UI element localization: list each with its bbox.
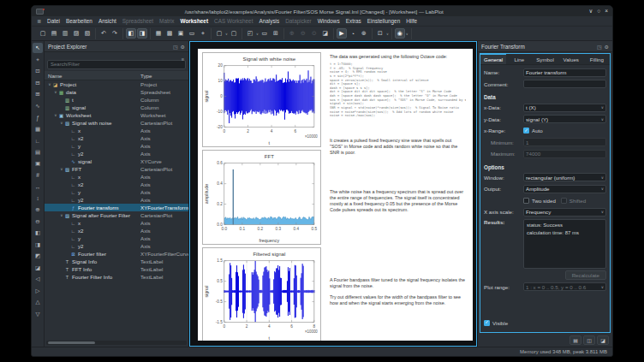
grid-settings-button[interactable]: ⊞ — [271, 28, 281, 39]
tree-item-signal-after-fourier-filter[interactable]: ∨▧Signal after Fourier FilterCartesianPl… — [45, 211, 188, 219]
x-data-select[interactable]: t (X)∨ — [523, 104, 606, 112]
menu-datapicker[interactable]: Datapicker — [285, 18, 312, 24]
column-header-name[interactable]: Name — [48, 73, 140, 79]
add-curve-tool-button[interactable]: ∿ — [33, 101, 43, 111]
tree-item-data[interactable]: ∨▦dataSpreadsheet — [45, 88, 188, 96]
tab-filling[interactable]: Filling — [584, 54, 610, 64]
new-workbook-button[interactable]: ▢ — [214, 28, 224, 39]
menu-spreadsheet[interactable]: Spreadsheet — [122, 18, 153, 24]
tab-values[interactable]: Values — [558, 54, 584, 64]
comment-input[interactable] — [523, 80, 606, 88]
shift-left-tool-button[interactable]: ◁ — [33, 274, 43, 284]
gear-icon[interactable]: ⚙ — [605, 44, 609, 50]
toggle-project-explorer-button[interactable]: ◧ — [126, 28, 136, 39]
toggle-properties-dock-button[interactable]: ◨ — [137, 28, 147, 39]
fourier-transform-dock-header[interactable]: Fourier Transform ◳ ⚙ — [478, 41, 612, 52]
filter-icon[interactable]: ≡ — [182, 56, 184, 62]
menu-windows[interactable]: Windows — [318, 18, 340, 24]
zoom-in-x-tool-button[interactable]: ◧ — [33, 228, 43, 238]
gear-icon[interactable]: ⚙ — [181, 44, 185, 50]
tree-item-fourier-transform[interactable]: ƒFourier transformXYFourierTransformCurv… — [45, 204, 188, 211]
menu-cas-worksheet[interactable]: CAS Worksheet — [214, 18, 253, 24]
menu-extras[interactable]: Extras — [346, 18, 361, 24]
tree-item-fourier-filter[interactable]: ⊠Fourier filterXYFourierFilterCurve — [45, 250, 188, 258]
crosshair-tool-button[interactable]: ⌖ — [33, 55, 43, 65]
zoom-select-view-button[interactable]: ⊛ — [359, 28, 369, 39]
minimize-button[interactable]: ∨ — [589, 9, 593, 15]
new-spreadsheet-button[interactable]: ▦ — [153, 28, 164, 39]
horizontal-scrollbar[interactable] — [46, 341, 187, 345]
add-legend-tool-button[interactable]: ▤ — [33, 147, 43, 157]
tree-item-signal[interactable]: ▥signalColumn — [45, 104, 188, 111]
octave-text-label[interactable]: The data was generated using the followi… — [330, 54, 466, 158]
tree-item-fourier-filter-info[interactable]: TFourier Filter InfoTextLabel — [45, 273, 188, 281]
new-datapicker-button[interactable]: ⌖ — [198, 28, 208, 39]
output-select[interactable]: Amplitude∨ — [523, 185, 606, 193]
tab-symbol[interactable]: Symbol — [532, 54, 558, 64]
search-input[interactable] — [47, 60, 186, 69]
tree-item-y[interactable]: ∟yAxis — [45, 234, 188, 242]
zoom-select-tool-button[interactable]: ⊡ — [33, 66, 43, 76]
new-note-button[interactable]: ▭ — [187, 28, 197, 39]
tree-item-x[interactable]: ∟xAxis — [45, 127, 188, 134]
tree-item-x2[interactable]: ∟x2Axis — [45, 134, 188, 142]
magnification-dropdown-button[interactable]: ◉ — [395, 28, 405, 39]
tree-item-worksheet[interactable]: ∨▣WorksheetWorksheet — [45, 111, 188, 119]
tab-line[interactable]: Line — [506, 54, 532, 64]
plot-range-select[interactable]: 1 : x = 0 .. 0.5, y = 0 .. 0.6∨ — [523, 282, 606, 291]
y-data-select[interactable]: signal (Y)∨ — [523, 115, 606, 123]
x-axis-scale-select[interactable]: Frequency∨ — [523, 208, 606, 217]
zoom-out-tool-button[interactable]: ⊖ — [33, 217, 43, 227]
shift-up-tool-button[interactable]: △ — [33, 297, 43, 307]
tree-item-x[interactable]: ∟xAxis — [45, 173, 188, 181]
zoom-out-y-tool-button[interactable]: ◪ — [33, 263, 43, 273]
auto-scale-tool-button[interactable]: # — [33, 170, 43, 181]
scrollbar-thumb[interactable] — [48, 341, 95, 344]
navigate-mode-button[interactable]: ◔ — [348, 28, 358, 39]
float-icon[interactable]: ◳ — [597, 44, 602, 50]
float-icon[interactable]: ◳ — [173, 44, 178, 50]
titlebar[interactable]: /usr/share/labplot2/examples/Analysis/Fo… — [32, 6, 612, 16]
two-sided-checkbox[interactable] — [523, 198, 529, 204]
menu-analysis[interactable]: Analysis — [259, 18, 279, 24]
tree-item-t[interactable]: ▥tColumn — [45, 96, 188, 104]
maximize-button[interactable]: ○ — [597, 9, 600, 15]
visible-checkbox[interactable]: ✓ — [484, 320, 490, 326]
menu-matrix[interactable]: Matrix — [159, 18, 174, 24]
add-axis-tool-button[interactable]: ∟ — [33, 135, 43, 145]
plot-filtered-signal[interactable]: 02468-1.5-0.50.51.5Filtered signaltsigna… — [202, 247, 325, 341]
new-matrix-button[interactable]: ▩ — [164, 28, 175, 39]
add-equation-curve-tool-button[interactable]: ƒ — [33, 112, 43, 122]
save-project-button[interactable]: ▥ — [60, 28, 70, 39]
tree-item-y2[interactable]: ∟y2Axis — [45, 196, 188, 204]
fft-info-label[interactable]: The white noise has a frequency spectrum… — [330, 158, 466, 257]
select-mode-button[interactable]: ▶ — [337, 28, 347, 39]
open-project-button[interactable]: ▤ — [49, 28, 59, 39]
tab-general[interactable]: General — [480, 54, 506, 64]
plot-fft[interactable]: 0.00.10.20.30.40.50.00.20.40.6FFTfrequen… — [202, 150, 325, 245]
print-preview-button[interactable]: ▧ — [82, 28, 92, 39]
zoom-out-x-tool-button[interactable]: ◨ — [33, 240, 43, 250]
menu-ansicht[interactable]: Ansicht — [98, 18, 116, 24]
tree-item-fft[interactable]: ∨▧FFTCartesianPlot — [45, 165, 188, 173]
tree-item-y[interactable]: ∟yAxis — [45, 142, 188, 150]
zoom-y-select-tool-button[interactable]: ⊞ — [33, 89, 43, 99]
add-text-label-tool-button[interactable]: ▣ — [33, 158, 43, 169]
tree-item-y[interactable]: ∟yAxis — [45, 188, 188, 196]
menu-datei[interactable]: Datei — [47, 18, 60, 24]
zoom-x-select-tool-button[interactable]: ⊟ — [33, 78, 43, 88]
tree-item-signal[interactable]: ∿signalXYCurve — [45, 157, 188, 165]
new-worksheet-button[interactable]: ▣ — [176, 28, 186, 39]
redo-button[interactable]: ↷ — [110, 28, 120, 39]
project-explorer-header[interactable]: Project Explorer ◳ ⚙ — [45, 41, 188, 52]
tree-item-y2[interactable]: ∟y2Axis — [45, 150, 188, 157]
zoom-in-tool-button[interactable]: ⊕ — [33, 205, 43, 215]
add-histogram-tool-button[interactable]: ▦ — [33, 124, 43, 134]
recalculate-button[interactable]: Recalculate — [565, 270, 606, 280]
shift-right-tool-button[interactable]: ▷ — [33, 286, 43, 296]
load-settings-button[interactable]: ▤ — [569, 335, 581, 345]
worksheet-view[interactable]: 0246-20-1001020Signal with white noisets… — [189, 41, 477, 347]
import-data-button[interactable]: ▢ — [229, 28, 239, 39]
shift-down-tool-button[interactable]: ▽ — [33, 309, 43, 319]
auto-checkbox[interactable]: ✓ — [523, 128, 529, 134]
